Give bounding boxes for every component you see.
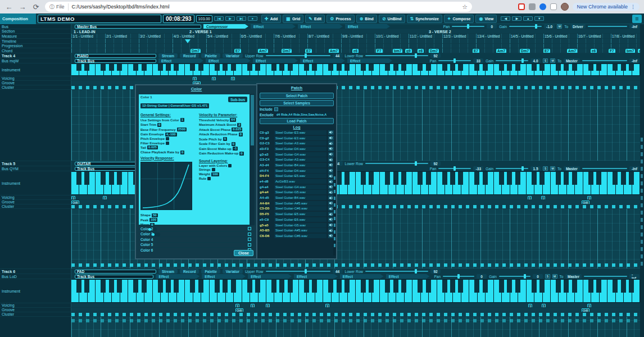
piano-black-key[interactable] xyxy=(442,64,447,71)
unbind-button[interactable]: ⊘UnBind xyxy=(379,15,405,23)
piano-black-key[interactable] xyxy=(84,280,89,293)
setting-value[interactable]: 0.025 xyxy=(232,127,242,131)
piano-black-key[interactable] xyxy=(101,64,106,71)
piano-black-key[interactable] xyxy=(564,64,569,71)
piano-black-key[interactable] xyxy=(255,64,260,71)
checkbox[interactable] xyxy=(166,137,169,140)
color-list-item[interactable]: Color 5 xyxy=(138,242,255,248)
sample-row[interactable]: D5-F5Steel Guitar-E5.wav xyxy=(260,211,334,217)
chord-chip[interactable]: Dm7 xyxy=(429,49,439,53)
sample-row[interactable]: G2-C3Steel Guitar-A3.wav xyxy=(260,140,334,146)
lower-row-slider[interactable] xyxy=(365,271,428,272)
sample-row[interactable]: d3-F3Steel Guitar-D4.wav xyxy=(260,146,334,152)
add-button[interactable]: ✚Add xyxy=(261,15,281,23)
gain-slider[interactable] xyxy=(509,26,542,27)
section-label[interactable]: 3 - VERSE 2 xyxy=(429,30,451,34)
solo-button[interactable]: S xyxy=(545,274,550,279)
piano-black-key[interactable] xyxy=(450,280,455,293)
color-list-checkbox[interactable] xyxy=(248,227,251,230)
piano-black-key[interactable] xyxy=(344,64,350,71)
track-bus-chip-effect[interactable]: Effect xyxy=(206,58,251,63)
grid-note-ticks[interactable] xyxy=(71,319,644,322)
setting-value[interactable]: 0 xyxy=(232,142,235,146)
lower-row-value[interactable]: 92 xyxy=(430,161,441,166)
piano-black-key[interactable] xyxy=(344,280,350,293)
gain-value[interactable]: 0 xyxy=(533,274,543,279)
chord-chip[interactable]: Am7 xyxy=(329,49,339,53)
piano-black-key[interactable] xyxy=(556,280,561,293)
measure-label[interactable]: 4/3 - Untitled xyxy=(174,34,194,38)
measure-label[interactable]: 11/2 - Untitled xyxy=(410,34,432,38)
lower-row-value[interactable]: 92 xyxy=(430,269,441,274)
piano-black-key[interactable] xyxy=(328,64,333,71)
piano-black-key[interactable] xyxy=(458,64,463,71)
speaker-icon[interactable] xyxy=(328,130,334,135)
color-list-item[interactable]: Color 4 xyxy=(138,236,255,242)
piano-black-key[interactable] xyxy=(84,64,89,71)
piano-black-key[interactable] xyxy=(483,280,488,293)
voicing-badge[interactable]: 1 xyxy=(193,77,197,81)
voicing-badge[interactable]: 1 xyxy=(103,196,107,200)
piano-black-key[interactable] xyxy=(621,64,626,71)
track-bus-chip-effect[interactable]: Effect xyxy=(386,274,430,279)
piano-black-key[interactable] xyxy=(198,64,203,71)
track-bus-chip-effect[interactable]: Effect xyxy=(347,58,392,63)
piano-black-key[interactable] xyxy=(613,280,618,293)
groove-badge[interactable]: QiB xyxy=(71,201,79,204)
voicing-badge[interactable]: 1 xyxy=(251,304,255,308)
piano-black-key[interactable] xyxy=(621,280,626,293)
piano-black-key[interactable] xyxy=(458,280,463,293)
chord-chip[interactable]: bm7 xyxy=(393,49,402,53)
piano-black-key[interactable] xyxy=(174,280,179,293)
back-icon[interactable]: ← xyxy=(4,3,13,11)
piano-black-key[interactable] xyxy=(532,172,537,185)
destination-label[interactable]: Driver xyxy=(570,24,586,29)
sample-row[interactable]: g5-a5Steel Guitar-G5.wav xyxy=(260,222,334,228)
groove-badge[interactable]: QiB xyxy=(582,201,589,204)
sample-row[interactable]: A4-B4Steel Guitar-A#5.wav xyxy=(260,201,334,206)
piano-black-key[interactable] xyxy=(101,280,106,293)
piano-black-key[interactable] xyxy=(499,172,504,185)
load-patch-button[interactable]: Load Patch xyxy=(260,118,334,124)
speaker-icon[interactable] xyxy=(328,141,334,145)
measure-label[interactable]: 8/7 - Untitled xyxy=(309,34,329,38)
piano-black-key[interactable] xyxy=(279,280,284,293)
chrome-update-pill[interactable]: New Chrome available ⋮ xyxy=(573,3,640,11)
lower-row-slider-thumb[interactable] xyxy=(415,269,417,274)
measure-label[interactable]: 14/5 - Untitled xyxy=(511,34,533,38)
piano-black-key[interactable] xyxy=(198,280,203,293)
pan-value[interactable]: 0 xyxy=(477,274,487,279)
voicing-badge[interactable]: 1 xyxy=(542,304,546,308)
setting-value[interactable]: 0 xyxy=(239,152,243,156)
synchronize-button[interactable]: ⇅Synchronize xyxy=(407,15,442,23)
piano-black-key[interactable] xyxy=(337,64,342,71)
include-checkbox[interactable] xyxy=(274,107,278,111)
playhead-marker[interactable] xyxy=(185,39,191,43)
lower-row-slider[interactable] xyxy=(365,55,428,56)
upper-row-slider-thumb[interactable] xyxy=(305,269,307,274)
arrow-up-button[interactable]: ▲ xyxy=(523,16,533,21)
piano-black-key[interactable] xyxy=(117,280,122,293)
piano-black-key[interactable] xyxy=(117,64,122,71)
reload-icon[interactable]: ⟳ xyxy=(31,3,40,11)
pan-slider[interactable] xyxy=(452,26,484,27)
play-button[interactable]: ▶ xyxy=(225,16,235,21)
piano-black-key[interactable] xyxy=(613,64,618,71)
edit-button[interactable]: ✎Edit xyxy=(305,15,325,23)
speaker-icon[interactable] xyxy=(328,147,334,151)
piano-black-key[interactable] xyxy=(596,64,601,71)
piano-black-key[interactable] xyxy=(117,172,122,185)
piano-black-key[interactable] xyxy=(539,280,545,293)
mute-button[interactable]: M xyxy=(550,58,555,63)
chord-chip[interactable]: Am7 xyxy=(496,49,506,53)
piano-black-key[interactable] xyxy=(158,280,163,293)
piano-black-key[interactable] xyxy=(532,280,537,293)
setting-value[interactable]: 5 xyxy=(223,137,227,141)
voicing-badge[interactable]: 1 xyxy=(528,196,532,200)
piano-black-key[interactable] xyxy=(304,64,309,71)
gain-value[interactable]: 4.0 xyxy=(530,58,541,63)
piano-black-key[interactable] xyxy=(133,64,138,71)
gain-value[interactable]: 1.5 xyxy=(530,166,541,171)
chord-chip[interactable]: Am7 xyxy=(567,49,577,53)
lower-row-slider[interactable] xyxy=(365,163,428,164)
